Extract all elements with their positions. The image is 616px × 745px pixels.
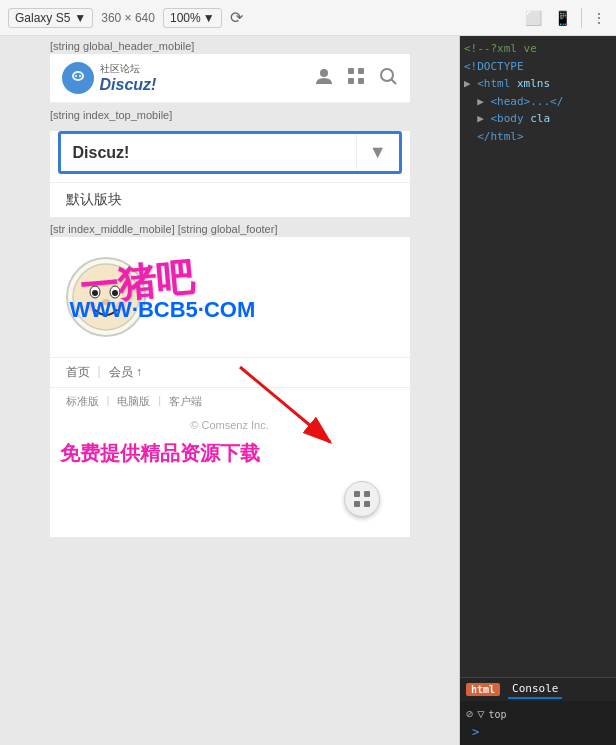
grid-icon[interactable]: [346, 66, 366, 91]
copyright: © Comsenz Inc.: [50, 415, 410, 439]
dropdown-label: Discuz!: [61, 136, 356, 170]
mobile-preview: [string global_header_mobile] 社: [0, 36, 460, 745]
grid-btn-icon: [353, 490, 371, 508]
code-bottom-tabs: html Console: [460, 678, 616, 701]
svg-rect-22: [354, 491, 360, 497]
block-icon[interactable]: ⊘: [466, 707, 473, 721]
user-icon[interactable]: [314, 66, 334, 91]
console-area: ⊘ ▽ top >: [460, 701, 616, 745]
svg-point-18: [86, 301, 96, 311]
code-line-5[interactable]: ▶ <body cla: [464, 110, 612, 128]
header-icons: [314, 66, 398, 91]
nav-links: 首页 | 会员 ↑: [50, 357, 410, 387]
cartoon-face-svg: [71, 262, 141, 332]
device-name: Galaxy S5: [15, 11, 70, 25]
html-badge: html: [466, 683, 500, 696]
svg-rect-8: [348, 78, 354, 84]
zoom-chevron: ▼: [203, 11, 215, 25]
svg-point-10: [381, 69, 393, 81]
svg-point-5: [320, 69, 328, 77]
svg-line-11: [391, 79, 396, 84]
zoom-level: 100%: [170, 11, 201, 25]
mobile-header: 社区论坛 Discuz!: [50, 54, 410, 103]
footer-links: 标准版 | 电脑版 | 客户端: [50, 387, 410, 415]
svg-rect-24: [354, 501, 360, 507]
svg-point-14: [92, 290, 98, 296]
index-top-section: [string index_top_mobile] Discuz! ▼ 默认版块: [0, 105, 459, 219]
cartoon-area: [50, 237, 410, 357]
svg-rect-7: [358, 68, 364, 74]
viewport-dimensions: 360 × 640: [101, 11, 155, 25]
index-middle-section: [str index_middle_mobile] [string global…: [0, 219, 459, 745]
toolbar-icons: ⬜ 📱 ⋮: [523, 8, 608, 28]
code-line-2: <!DOCTYPE: [464, 58, 612, 76]
console-filter-bar: ⊘ ▽ top: [466, 705, 610, 723]
grid-svg: [346, 66, 366, 86]
svg-rect-6: [348, 68, 354, 74]
top-filter-label[interactable]: top: [488, 709, 506, 720]
more-icon[interactable]: ⋮: [590, 8, 608, 28]
dropdown-bar[interactable]: Discuz! ▼: [58, 131, 402, 174]
svg-point-4: [79, 75, 81, 77]
screenshot-icon[interactable]: ⬜: [523, 8, 544, 28]
search-icon[interactable]: [378, 66, 398, 91]
svg-rect-25: [364, 501, 370, 507]
nav-home[interactable]: 首页: [66, 364, 90, 381]
person-svg: [314, 66, 334, 86]
index-top-inner: Discuz! ▼ 默认版块: [50, 131, 410, 217]
footer-pc[interactable]: 电脑版: [117, 394, 150, 409]
console-prompt[interactable]: >: [466, 723, 610, 741]
header-section-wrapper: [string global_header_mobile] 社: [0, 36, 459, 105]
block-item[interactable]: 默认版块: [50, 182, 410, 217]
search-svg: [378, 66, 398, 86]
code-line-6: </html>: [464, 128, 612, 146]
logo-en-text: Discuz!: [100, 76, 157, 94]
device-selector[interactable]: Galaxy S5 ▼: [8, 8, 93, 28]
svg-point-17: [102, 299, 110, 305]
nav-sep1: |: [98, 364, 101, 381]
svg-point-16: [112, 290, 118, 296]
device-chevron: ▼: [74, 11, 86, 25]
footer-sep2: |: [158, 394, 161, 409]
rotate-icon[interactable]: ⟳: [230, 8, 243, 27]
svg-rect-23: [364, 491, 370, 497]
discuz-logo: 社区论坛 Discuz!: [62, 62, 157, 94]
svg-point-12: [73, 264, 139, 330]
code-panel: <!--?xml ve <!DOCTYPE ▶ <html xmlns ▶ <h…: [460, 36, 616, 745]
code-line-3: ▶ <html xmlns: [464, 75, 612, 93]
code-bottom-panel: html Console ⊘ ▽ top >: [460, 677, 616, 745]
device-mode-icon[interactable]: 📱: [552, 8, 573, 28]
index-top-label: [string index_top_mobile]: [0, 107, 459, 123]
svg-point-19: [116, 301, 126, 311]
code-content: <!--?xml ve <!DOCTYPE ▶ <html xmlns ▶ <h…: [460, 36, 616, 677]
chat-icon: [67, 67, 89, 89]
dropdown-arrow-icon[interactable]: ▼: [356, 134, 399, 171]
console-tab[interactable]: Console: [508, 680, 562, 699]
cartoon-face: [66, 257, 146, 337]
footer-client[interactable]: 客户端: [169, 394, 202, 409]
footer-standard[interactable]: 标准版: [66, 394, 99, 409]
code-line-1: <!--?xml ve: [464, 40, 612, 58]
filter-icon[interactable]: ▽: [477, 707, 484, 721]
floating-button[interactable]: [344, 481, 380, 517]
svg-rect-9: [358, 78, 364, 84]
svg-point-3: [75, 75, 77, 77]
code-line-4[interactable]: ▶ <head>...</: [464, 93, 612, 111]
browser-toolbar: Galaxy S5 ▼ 360 × 640 100% ▼ ⟳ ⬜ 📱 ⋮: [0, 0, 616, 36]
header-label: [string global_header_mobile]: [0, 38, 459, 54]
index-middle-inner: 首页 | 会员 ↑ 标准版 | 电脑版 | 客户端 © Comsenz Inc.…: [50, 237, 410, 537]
watermark-text3: 免费提供精品资源下载: [60, 440, 260, 467]
zoom-selector[interactable]: 100% ▼: [163, 8, 222, 28]
index-middle-label: [str index_middle_mobile] [string global…: [0, 221, 459, 237]
logo-icon: [62, 62, 94, 94]
main-area: [string global_header_mobile] 社: [0, 36, 616, 745]
logo-cn-text: 社区论坛: [100, 62, 157, 76]
nav-members[interactable]: 会员 ↑: [109, 364, 142, 381]
footer-sep1: |: [107, 394, 110, 409]
logo-text: 社区论坛 Discuz!: [100, 62, 157, 94]
